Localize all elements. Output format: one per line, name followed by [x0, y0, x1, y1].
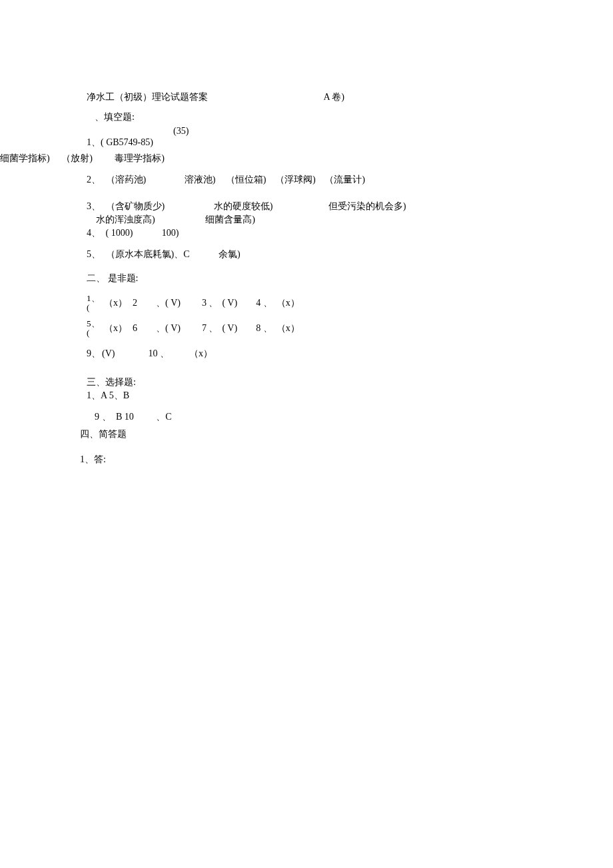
section3-heading: 三、选择题:: [87, 376, 553, 388]
q2-d: （浮球阀): [275, 175, 316, 185]
q2-c: （恒位箱): [226, 175, 267, 185]
section3-line3-c: 、C: [156, 412, 171, 422]
q2-a: （溶药池): [106, 175, 147, 185]
q1-sub-c: 毒理学指标): [115, 153, 165, 163]
section3-line2: 1、A 5、B: [87, 390, 553, 402]
tf-r1-n2: 2: [133, 298, 137, 308]
tf-r2-a4: （x）: [277, 322, 300, 334]
tf-r3-a1: (V): [102, 348, 115, 359]
tf-r3-a2: （x）: [189, 348, 213, 360]
tf-r2-num1: 5、(: [87, 319, 100, 338]
q3-num: 3、: [87, 201, 101, 211]
q3b-b: 细菌含量高): [205, 215, 255, 224]
q2-b: 溶液池): [185, 175, 216, 185]
tf-r2-a3: ( V): [222, 323, 237, 334]
section3-line3-a: 9 、: [95, 412, 111, 422]
tf-r3-n2: 10 、: [148, 348, 169, 360]
tf-r1-n4: 4 、: [256, 297, 273, 309]
q1-text: 1、( GB5749-85): [87, 137, 553, 149]
tf-r1-a3: ( V): [222, 298, 237, 308]
tf-r1-a4: （x）: [277, 297, 300, 309]
tf-r1-a2: 、( V): [156, 297, 181, 309]
section1-heading: 、填空题:: [95, 111, 553, 123]
section4-heading: 四、简答题: [80, 428, 553, 440]
q2-num: 2、: [87, 175, 101, 185]
q3-c: 但受污染的机会多): [328, 201, 406, 211]
doc-title-right: A 卷): [324, 90, 345, 105]
section3-line3-b: B 10: [116, 412, 134, 422]
tf-r2-a1: （x）: [104, 322, 127, 334]
q3-b: 水的硬度较低): [214, 201, 273, 211]
tf-r2-n4: 8 、: [256, 322, 273, 334]
answer-1: 1、答:: [80, 454, 553, 466]
q4-b: 100): [162, 228, 179, 238]
q5-a: （原水本底耗氯)、C: [106, 249, 190, 259]
tf-r2-a2: 、( V): [156, 322, 181, 334]
section1-score: (35): [173, 126, 553, 137]
tf-r1-num1: 1、(: [87, 294, 100, 313]
tf-r3-n1: 9、: [87, 348, 101, 360]
q3-a: （含矿物质少): [106, 201, 165, 211]
q1-sub-a: 细菌学指标): [0, 153, 50, 163]
tf-r2-n3: 7 、: [202, 322, 219, 334]
tf-r1-n3: 3 、: [202, 297, 219, 309]
doc-title-left: 净水工（初级）理论试题答案: [87, 90, 208, 105]
q4-num: 4、: [87, 228, 101, 238]
section2-heading: 二、 是非题:: [87, 272, 553, 284]
q4-a: ( 1000): [106, 228, 133, 238]
q5-num: 5、: [87, 249, 101, 259]
q1-sub-b: （放射): [61, 153, 93, 163]
q2-e: （流量计): [324, 175, 365, 185]
q3b-a: 水的浑浊度高): [96, 215, 155, 224]
tf-r2-n2: 6: [133, 323, 137, 334]
q5-b: 余氯): [219, 249, 241, 259]
tf-r1-a1: （x）: [104, 297, 127, 309]
